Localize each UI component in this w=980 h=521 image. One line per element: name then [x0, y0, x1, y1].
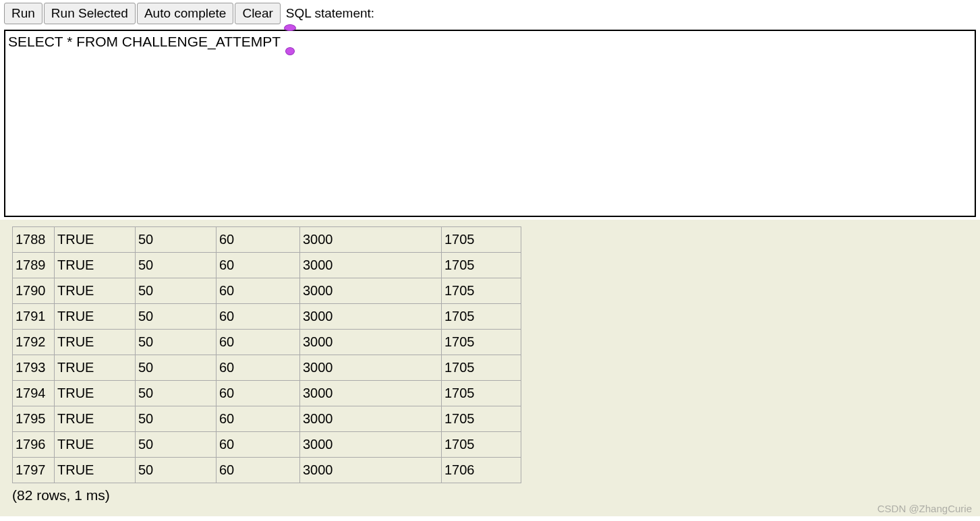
run-button[interactable]: Run: [4, 3, 42, 24]
table-cell: 1705: [442, 406, 521, 432]
table-cell: TRUE: [55, 278, 136, 304]
table-row: 1794TRUE506030001705: [13, 381, 521, 406]
sql-statement-label: SQL statement:: [286, 6, 374, 21]
table-cell: 60: [217, 355, 300, 381]
table-cell: 1795: [13, 406, 55, 432]
table-cell: 1790: [13, 278, 55, 304]
table-cell: 3000: [300, 458, 442, 483]
table-cell: 1792: [13, 330, 55, 355]
table-cell: 60: [217, 330, 300, 355]
table-cell: 3000: [300, 406, 442, 432]
sql-editor-wrap: SELECT * FROM CHALLENGE_ATTEMPT: [4, 30, 976, 220]
table-cell: TRUE: [55, 253, 136, 278]
table-cell: 50: [136, 355, 217, 381]
auto-complete-button[interactable]: Auto complete: [137, 3, 233, 24]
result-table: 1788TRUE5060300017051789TRUE506030001705…: [12, 226, 521, 483]
table-cell: 1705: [442, 381, 521, 406]
run-selected-button[interactable]: Run Selected: [44, 3, 136, 24]
clear-button[interactable]: Clear: [235, 3, 280, 24]
result-area: 1788TRUE5060300017051789TRUE506030001705…: [0, 220, 980, 516]
table-cell: 50: [136, 304, 217, 330]
table-cell: 1705: [442, 432, 521, 458]
table-cell: 3000: [300, 253, 442, 278]
table-cell: TRUE: [55, 355, 136, 381]
table-cell: 1794: [13, 381, 55, 406]
table-cell: 1705: [442, 304, 521, 330]
table-cell: 1705: [442, 330, 521, 355]
table-row: 1790TRUE506030001705: [13, 278, 521, 304]
table-cell: 50: [136, 432, 217, 458]
table-row: 1791TRUE506030001705: [13, 304, 521, 330]
status-line: (82 rows, 1 ms): [12, 487, 980, 503]
table-cell: 50: [136, 381, 217, 406]
table-cell: 1705: [442, 355, 521, 381]
table-cell: 50: [136, 406, 217, 432]
table-cell: 1796: [13, 432, 55, 458]
table-cell: TRUE: [55, 304, 136, 330]
table-cell: 60: [217, 304, 300, 330]
table-cell: 1789: [13, 253, 55, 278]
table-cell: 60: [217, 406, 300, 432]
table-row: 1797TRUE506030001706: [13, 458, 521, 483]
table-cell: 50: [136, 458, 217, 483]
table-cell: 3000: [300, 355, 442, 381]
table-cell: 1705: [442, 253, 521, 278]
table-cell: 60: [217, 278, 300, 304]
table-cell: 60: [217, 253, 300, 278]
table-cell: TRUE: [55, 227, 136, 253]
table-cell: 1788: [13, 227, 55, 253]
table-cell: 3000: [300, 381, 442, 406]
table-cell: 60: [217, 227, 300, 253]
table-row: 1796TRUE506030001705: [13, 432, 521, 458]
table-row: 1795TRUE506030001705: [13, 406, 521, 432]
table-cell: 60: [217, 381, 300, 406]
table-cell: 50: [136, 227, 217, 253]
table-cell: TRUE: [55, 432, 136, 458]
table-row: 1788TRUE506030001705: [13, 227, 521, 253]
table-cell: 1797: [13, 458, 55, 483]
table-cell: 60: [217, 432, 300, 458]
toolbar: Run Run Selected Auto complete Clear SQL…: [0, 0, 980, 27]
table-row: 1789TRUE506030001705: [13, 253, 521, 278]
table-cell: TRUE: [55, 458, 136, 483]
table-cell: 50: [136, 253, 217, 278]
table-cell: TRUE: [55, 381, 136, 406]
table-cell: 1705: [442, 227, 521, 253]
table-cell: 60: [217, 458, 300, 483]
table-row: 1793TRUE506030001705: [13, 355, 521, 381]
table-cell: 1791: [13, 304, 55, 330]
table-cell: 50: [136, 278, 217, 304]
table-cell: 3000: [300, 278, 442, 304]
table-cell: 1705: [442, 278, 521, 304]
watermark: CSDN @ZhangCurie: [877, 503, 972, 514]
table-cell: 1706: [442, 458, 521, 483]
table-cell: 3000: [300, 432, 442, 458]
table-cell: 1793: [13, 355, 55, 381]
table-cell: 3000: [300, 227, 442, 253]
table-cell: TRUE: [55, 330, 136, 355]
table-cell: 3000: [300, 304, 442, 330]
table-cell: 50: [136, 330, 217, 355]
table-row: 1792TRUE506030001705: [13, 330, 521, 355]
table-cell: 3000: [300, 330, 442, 355]
sql-input[interactable]: SELECT * FROM CHALLENGE_ATTEMPT: [4, 30, 976, 217]
table-cell: TRUE: [55, 406, 136, 432]
